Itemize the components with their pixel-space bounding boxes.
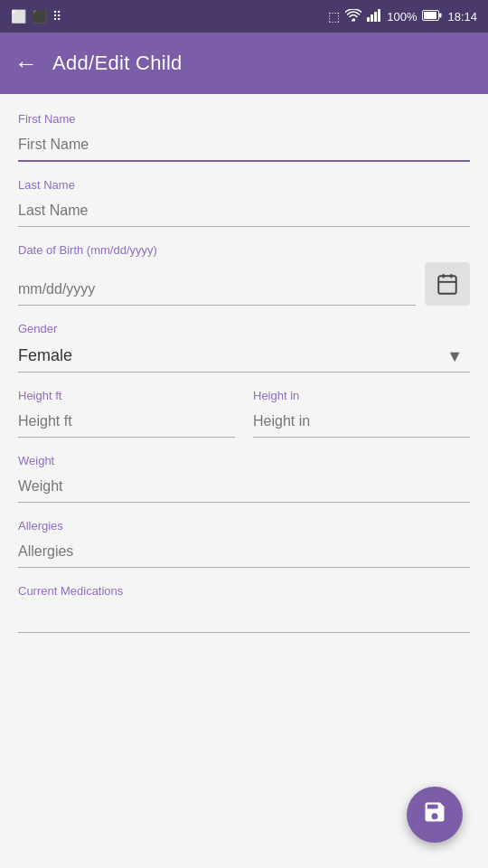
docs-icon: ⬛ bbox=[32, 9, 47, 24]
form-container: First Name Last Name Date of Birth (mm/d… bbox=[0, 94, 488, 868]
calendar-icon bbox=[436, 272, 459, 296]
svg-rect-3 bbox=[374, 12, 377, 22]
app-bar: ← Add/Edit Child bbox=[0, 33, 488, 94]
page-title: Add/Edit Child bbox=[52, 52, 183, 75]
last-name-input[interactable] bbox=[18, 197, 470, 227]
height-in-field: Height in bbox=[253, 389, 470, 438]
whatsapp-icon: ⬜ bbox=[11, 9, 26, 24]
dob-row bbox=[18, 262, 470, 306]
wifi-icon bbox=[345, 9, 361, 24]
status-bar: ⬜ ⬛ ⠿ ⬚ 100% bbox=[0, 0, 488, 33]
calendar-button[interactable] bbox=[425, 262, 470, 306]
battery-percent: 100% bbox=[387, 10, 417, 24]
back-button[interactable]: ← bbox=[14, 52, 38, 75]
allergies-group: Allergies bbox=[18, 519, 470, 568]
save-fab-button[interactable] bbox=[407, 787, 463, 843]
svg-rect-2 bbox=[371, 14, 373, 22]
dob-label: Date of Birth (mm/dd/yyyy) bbox=[18, 243, 470, 257]
status-bar-right-icons: ⬚ 100% 18:14 bbox=[328, 9, 477, 24]
status-bar-left-icons: ⬜ ⬛ ⠿ bbox=[11, 9, 61, 24]
medications-input[interactable] bbox=[18, 603, 470, 633]
allergies-input[interactable] bbox=[18, 538, 470, 568]
gender-select[interactable]: Female Male Other bbox=[18, 341, 470, 372]
height-row: Height ft Height in bbox=[18, 389, 470, 438]
first-name-label: First Name bbox=[18, 112, 470, 126]
svg-rect-6 bbox=[424, 12, 436, 19]
height-in-label: Height in bbox=[253, 389, 470, 402]
gender-label: Gender bbox=[18, 322, 470, 335]
svg-rect-1 bbox=[367, 17, 370, 22]
height-ft-input[interactable] bbox=[18, 408, 235, 438]
height-ft-field: Height ft bbox=[18, 389, 235, 438]
svg-rect-8 bbox=[438, 276, 456, 294]
weight-input[interactable] bbox=[18, 473, 470, 503]
height-ft-label: Height ft bbox=[18, 389, 235, 402]
dob-input[interactable] bbox=[18, 276, 416, 306]
battery-icon bbox=[422, 9, 442, 24]
last-name-group: Last Name bbox=[18, 178, 470, 227]
save-icon bbox=[422, 799, 447, 831]
gender-group: Gender Female Male Other ▼ bbox=[18, 322, 470, 373]
medications-group: Current Medications bbox=[18, 584, 470, 633]
cast-icon: ⬚ bbox=[328, 9, 340, 24]
first-name-input[interactable] bbox=[18, 131, 470, 162]
medications-label: Current Medications bbox=[18, 584, 470, 598]
dob-group: Date of Birth (mm/dd/yyyy) bbox=[18, 243, 470, 306]
menu-icon: ⠿ bbox=[52, 9, 61, 24]
svg-rect-4 bbox=[378, 9, 380, 22]
last-name-label: Last Name bbox=[18, 178, 470, 192]
gender-select-wrapper: Female Male Other ▼ bbox=[18, 341, 470, 373]
time-display: 18:14 bbox=[447, 10, 477, 24]
weight-group: Weight bbox=[18, 454, 470, 503]
svg-point-0 bbox=[352, 18, 354, 20]
height-group: Height ft Height in bbox=[18, 389, 470, 438]
weight-label: Weight bbox=[18, 454, 470, 467]
height-in-input[interactable] bbox=[253, 408, 470, 438]
svg-rect-7 bbox=[439, 14, 442, 18]
allergies-label: Allergies bbox=[18, 519, 470, 533]
signal-icon bbox=[367, 9, 381, 24]
first-name-group: First Name bbox=[18, 112, 470, 162]
